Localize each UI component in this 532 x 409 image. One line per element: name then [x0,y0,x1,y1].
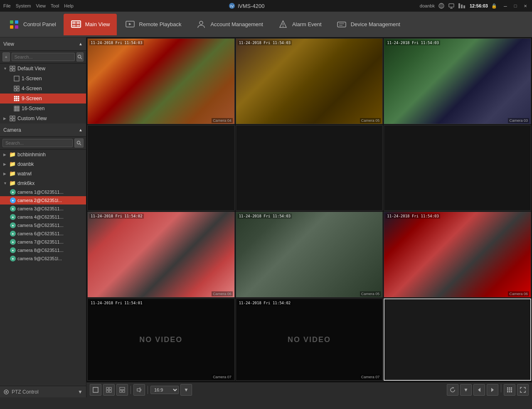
refresh-dropdown-button[interactable]: ▼ [460,384,472,396]
cell-9[interactable]: 11-24-2018 Fri 11:54:03 Camera 06 [384,212,531,298]
minimize-button[interactable]: – [502,2,509,9]
svg-rect-86 [511,387,512,389]
menu-help[interactable]: Help [64,3,74,8]
view-search-button[interactable] [76,52,84,62]
svg-rect-5 [449,4,454,7]
audio-button[interactable] [133,384,145,396]
camera-section-header[interactable]: Camera ▲ [0,123,86,137]
camera-group-doanbk[interactable]: ▶ 📁 doanbk [0,159,86,169]
cell-7[interactable]: 11-24-2018 Fri 11:54:02 Camera 06 [87,212,235,298]
tree-item-9screen[interactable]: 9-Screen [0,94,86,103]
camera-item-2[interactable]: ● camera 2@C62351l... [0,196,86,204]
close-button[interactable]: ✕ [522,2,529,9]
tree-item-16screen[interactable]: 16-Screen [0,103,86,113]
cell-empty-selected[interactable] [384,298,531,381]
menu-file[interactable]: File [3,3,11,8]
svg-rect-11 [10,20,13,24]
tab-remote-playback-label: Remote Playback [139,21,182,27]
prev-button[interactable] [473,384,485,396]
camera-search-icon [76,140,81,145]
svg-rect-76 [109,390,111,392]
menu-view[interactable]: View [36,3,46,8]
svg-rect-40 [16,96,17,97]
app-icon: IV [229,2,235,9]
cell-4[interactable] [87,125,235,211]
aspect-dropdown-button[interactable]: ▼ [180,384,192,396]
group-arrow-doanbk: ▶ [3,162,7,166]
fullscreen-button[interactable] [517,384,529,396]
menu-bar: File System View Tool Help [3,3,74,8]
cell-8[interactable]: 11-24-2018 Fri 11:54:03 Camera 05 [236,212,383,298]
grid-view-button[interactable] [504,384,515,396]
camera-item-1[interactable]: ● camera 1@C623511... [0,188,86,196]
control-panel-icon [8,19,20,30]
timestamp-2: 11-24-2018 Fri 11:54:03 [238,40,292,45]
svg-rect-51 [18,106,20,107]
cell-1[interactable]: 11-24-2018 Fri 11:54:03 Camera 04 [87,38,235,124]
view-search-input[interactable] [12,53,75,61]
cell-5[interactable] [236,125,383,211]
camera-search-input[interactable] [2,139,73,147]
svg-rect-73 [106,387,108,389]
menu-tool[interactable]: Tool [51,3,59,8]
cell-6[interactable] [384,125,531,211]
tab-device-management[interactable]: Device Management [329,14,407,35]
ptz-bar: PTZ Control ▼ [0,386,86,397]
camera-status-icon-5: ● [10,222,16,228]
bottom-video-row: 11-24-2018 Fri 11:54:01 NO VIDEO Camera … [86,298,532,382]
16screen-icon [13,105,20,112]
tree-item-default-view[interactable]: ▼ Default View [0,64,86,74]
camera-item-4[interactable]: ● camera 4@C623511... [0,213,86,221]
group-label-dmk6kx: dmk6kx [17,180,34,186]
tree-item-1screen[interactable]: 1-Screen [0,74,86,84]
svg-rect-9 [461,5,463,8]
menu-system[interactable]: System [16,3,31,8]
view-section-header[interactable]: View ▲ [0,37,86,51]
single-screen-button[interactable] [90,384,101,396]
svg-rect-35 [14,86,16,88]
svg-rect-90 [507,391,508,392]
camera-item-7[interactable]: ● camera 7@C623511... [0,238,86,246]
next-button[interactable] [487,384,498,396]
svg-rect-84 [507,387,508,389]
default-view-icon [9,65,16,72]
camera-search-button[interactable] [74,138,84,148]
cell-2[interactable]: 11-24-2018 Fri 11:54:03 Camera 05 [236,38,383,124]
tab-main-view[interactable]: Main View [64,14,117,35]
svg-rect-89 [511,389,512,391]
tree-item-custom-view[interactable]: ▶ Custom View [0,113,86,123]
maximize-button[interactable]: □ [512,2,519,9]
tab-alarm-event[interactable]: Alarm Event [271,14,328,35]
camera-item-5[interactable]: ● camera 5@C623511... [0,221,86,229]
ptz-label: PTZ Control [12,389,39,395]
timestamp-nv1: 11-24-2018 Fri 11:54:01 [89,301,144,306]
camera-section-arrow: ▲ [79,128,83,132]
camera-group-dmk6kx[interactable]: ▼ 📁 dmk6kx [0,178,86,188]
svg-rect-59 [18,109,20,110]
tab-control-panel[interactable]: Control Panel [2,14,63,35]
tab-account-management[interactable]: Account Management [189,14,269,35]
refresh-button[interactable] [447,384,458,396]
camera-group-bchbinhminh[interactable]: ▶ 📁 bchbinhminh [0,150,86,159]
svg-rect-17 [76,22,80,24]
camera-item-8[interactable]: ● camera 8@C623511... [0,246,86,254]
4screen-button[interactable] [103,384,115,396]
aspect-ratio-select[interactable]: 4:3 16:9 Original [150,386,179,394]
camera-label-7: camera 7@C623511... [17,239,64,244]
camera-item-3[interactable]: ● camera 3@C623511... [0,204,86,213]
monitor-icon [448,2,455,9]
camera-item-6[interactable]: ● camera 6@C623511... [0,229,86,238]
camera-section: Camera ▲ ▶ 📁 bchbinhminh [0,123,86,386]
cell-no-video-2[interactable]: 11-24-2018 Fri 11:54:02 NO VIDEO Camera … [236,298,383,381]
layout-button[interactable] [116,384,128,396]
tab-remote-playback[interactable]: Remote Playback [118,14,188,35]
cell-3[interactable]: 11-24-2018 Fri 11:54:03 Camera 03 [384,38,531,124]
timestamp-nv2: 11-24-2018 Fri 11:54:02 [238,301,292,306]
svg-point-28 [78,55,81,58]
view-add-button[interactable]: + [2,52,10,62]
1screen-label: 1-Screen [22,76,42,81]
tree-item-4screen[interactable]: 4-Screen [0,84,86,94]
camera-item-9[interactable]: ● camera 9@C62351l... [0,254,86,263]
cell-no-video-1[interactable]: 11-24-2018 Fri 11:54:01 NO VIDEO Camera … [87,298,235,381]
camera-group-watrwl[interactable]: ▶ 📁 watrwl [0,169,86,178]
